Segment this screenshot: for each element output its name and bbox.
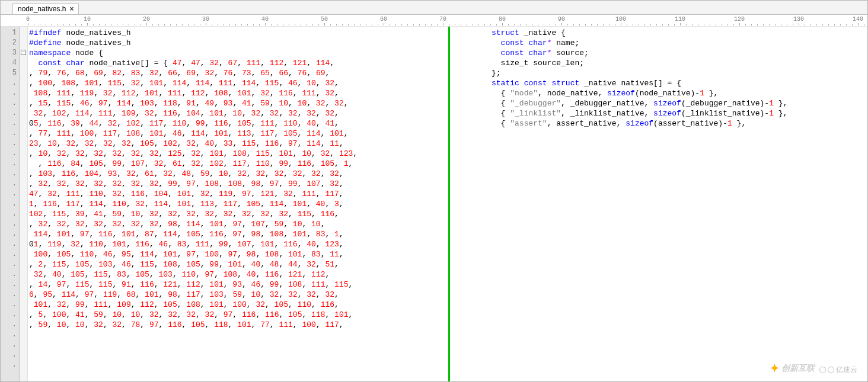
watermark-cx: ✦ 创新互联 [770,362,815,375]
circle-icon [819,367,826,373]
circle-icon [828,367,834,373]
left-pane[interactable]: #ifndef node_natives_h#define node_nativ… [28,27,450,381]
editor-area[interactable]: 12345............................. − #if… [1,27,867,381]
close-icon[interactable]: × [69,5,74,13]
fold-toggle-icon[interactable]: − [21,50,26,55]
right-pane[interactable]: struct _native { const char* name; const… [450,27,867,381]
editor-window: node_natives.h × 01020304050607080901001… [0,0,868,382]
ruler: 0102030405060708090100110120130140 [1,15,867,27]
fold-column[interactable]: − [20,27,28,381]
spark-icon: ✦ [770,362,779,375]
watermark-ysy: 亿速云 [819,365,857,375]
tab-title: node_natives.h [18,5,66,13]
line-number-gutter: 12345............................. [1,27,20,381]
file-tab[interactable]: node_natives.h × [12,3,79,14]
tab-bar: node_natives.h × [1,1,867,15]
